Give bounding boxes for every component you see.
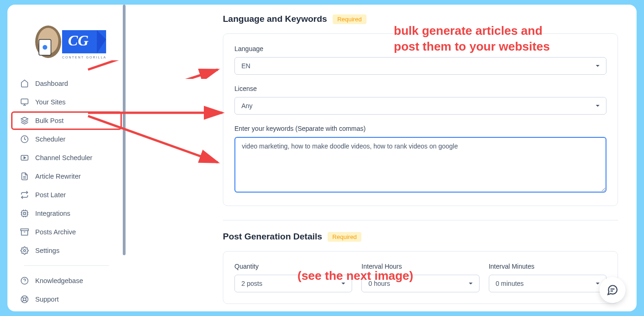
- life-buoy-icon: [20, 295, 29, 303]
- nav-items: Dashboard Your Sites Bulk Post Scheduler: [7, 74, 126, 309]
- app-container: CG CONTENT GORILLA Dashboard Your Sites: [7, 5, 637, 311]
- help-icon: [20, 277, 29, 285]
- svg-point-31: [23, 298, 26, 301]
- svg-rect-25: [21, 229, 29, 231]
- section-language-keywords: Language and Keywords Required Language …: [223, 14, 618, 206]
- sidebar-item-channel-scheduler[interactable]: Channel Scheduler: [13, 148, 120, 167]
- svg-rect-16: [24, 213, 26, 215]
- svg-text:CONTENT GORILLA: CONTENT GORILLA: [62, 56, 107, 59]
- svg-text:CG: CG: [68, 32, 88, 49]
- sidebar-item-label: Bulk Post: [35, 117, 63, 124]
- sidebar-item-settings[interactable]: Settings: [13, 241, 120, 260]
- interval-minutes-label: Interval Minutes: [489, 263, 606, 270]
- sidebar-item-posts-archive[interactable]: Posts Archive: [13, 223, 120, 241]
- cpu-icon: [20, 209, 29, 218]
- svg-line-32: [22, 297, 24, 298]
- form-group-quantity: Quantity 2 posts: [234, 263, 352, 292]
- sidebar-item-label: Scheduler: [35, 135, 65, 143]
- required-badge: Required: [328, 232, 361, 242]
- form-group-interval-hours: Interval Hours 0 hours: [361, 263, 479, 292]
- main-content: Language and Keywords Required Language …: [126, 5, 637, 311]
- svg-marker-9: [21, 117, 28, 121]
- section-header: Language and Keywords Required: [223, 14, 618, 24]
- form-group-keywords: Enter your keywords (Separate with comma…: [234, 125, 606, 194]
- keywords-label: Enter your keywords (Separate with comma…: [234, 125, 606, 132]
- chat-icon: [606, 284, 619, 296]
- required-badge: Required: [333, 14, 366, 24]
- form-group-license: License Any: [234, 85, 606, 115]
- sidebar: CG CONTENT GORILLA Dashboard Your Sites: [7, 5, 126, 311]
- settings-icon: [20, 246, 29, 255]
- nav-divider: [24, 265, 109, 266]
- sidebar-item-dashboard[interactable]: Dashboard: [13, 74, 120, 93]
- sidebar-item-label: Post Later: [35, 191, 66, 199]
- section-title: Post Generation Details: [223, 232, 322, 242]
- section-divider: [223, 220, 618, 220]
- section-header: Post Generation Details Required: [223, 232, 618, 242]
- language-select[interactable]: EN: [234, 57, 606, 75]
- file-icon: [20, 172, 29, 181]
- monitor-icon: [20, 98, 29, 106]
- language-label: Language: [234, 45, 606, 52]
- svg-line-35: [22, 300, 24, 302]
- sidebar-item-label: Knowledgebase: [35, 277, 83, 284]
- sidebar-item-label: Dashboard: [35, 80, 68, 87]
- sidebar-item-label: Integrations: [35, 210, 70, 217]
- section-title: Language and Keywords: [223, 14, 327, 24]
- form-card: Quantity 2 posts Interval Hours 0 hours …: [223, 251, 618, 304]
- form-row: Quantity 2 posts Interval Hours 0 hours …: [234, 263, 606, 292]
- sidebar-item-label: Settings: [35, 247, 59, 254]
- sidebar-item-support[interactable]: Support: [13, 290, 120, 309]
- sidebar-item-label: Support: [35, 296, 59, 303]
- refresh-icon: [20, 191, 29, 199]
- svg-point-27: [24, 250, 26, 252]
- keywords-textarea[interactable]: video marketing, how to make doodle vide…: [234, 137, 606, 193]
- svg-rect-15: [22, 211, 27, 216]
- sidebar-item-label: Posts Archive: [35, 228, 76, 236]
- chat-button[interactable]: [600, 277, 625, 303]
- clock-icon: [20, 135, 29, 143]
- svg-point-3: [43, 45, 47, 50]
- home-icon: [20, 79, 29, 88]
- interval-hours-select[interactable]: 0 hours: [361, 275, 479, 292]
- layers-icon: [20, 116, 29, 125]
- sidebar-item-label: Your Sites: [35, 98, 66, 106]
- svg-line-33: [25, 300, 27, 302]
- sidebar-item-label: Channel Scheduler: [35, 154, 92, 161]
- archive-icon: [20, 228, 29, 236]
- sidebar-item-bulk-post[interactable]: Bulk Post: [11, 111, 122, 130]
- interval-hours-label: Interval Hours: [361, 263, 479, 270]
- sidebar-item-your-sites[interactable]: Your Sites: [13, 93, 120, 111]
- logo: CG CONTENT GORILLA: [25, 19, 108, 60]
- svg-marker-12: [24, 157, 26, 159]
- section-post-generation: Post Generation Details Required Quantit…: [223, 232, 618, 304]
- svg-line-34: [25, 297, 27, 298]
- youtube-icon: [20, 154, 29, 162]
- sidebar-item-knowledgebase[interactable]: Knowledgebase: [13, 271, 120, 290]
- quantity-label: Quantity: [234, 263, 352, 270]
- interval-minutes-select[interactable]: 0 minutes: [489, 275, 606, 292]
- license-label: License: [234, 85, 606, 92]
- form-group-language: Language EN: [234, 45, 606, 75]
- logo-container: CG CONTENT GORILLA: [7, 14, 126, 74]
- quantity-select[interactable]: 2 posts: [234, 275, 352, 292]
- sidebar-item-post-later[interactable]: Post Later: [13, 186, 120, 204]
- form-card: Language EN License Any Enter your keywo…: [223, 33, 618, 206]
- sidebar-item-integrations[interactable]: Integrations: [13, 204, 120, 223]
- license-select[interactable]: Any: [234, 97, 606, 115]
- form-group-interval-minutes: Interval Minutes 0 minutes: [489, 263, 606, 292]
- svg-rect-6: [21, 99, 28, 104]
- sidebar-item-label: Article Rewriter: [35, 173, 81, 180]
- sidebar-item-scheduler[interactable]: Scheduler: [13, 130, 120, 148]
- sidebar-item-article-rewriter[interactable]: Article Rewriter: [13, 167, 120, 186]
